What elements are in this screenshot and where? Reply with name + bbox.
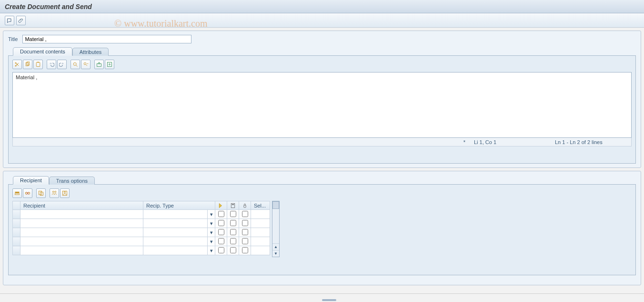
save-icon[interactable]	[105, 60, 114, 69]
blind-checkbox[interactable]	[242, 211, 248, 217]
recipient-input[interactable]	[20, 219, 143, 228]
svg-rect-11	[15, 194, 20, 195]
col-recipient[interactable]: Recipient	[20, 201, 143, 210]
express-checkbox[interactable]	[218, 238, 224, 244]
table-row: ▾	[13, 210, 270, 219]
blind-checkbox[interactable]	[242, 229, 248, 235]
cut-icon[interactable]	[12, 60, 22, 69]
tab-document-contents[interactable]: Document contents	[13, 47, 72, 56]
svg-point-7	[84, 62, 86, 65]
svg-point-16	[55, 191, 56, 193]
row-selector[interactable]	[13, 219, 20, 228]
recipient-input[interactable]	[20, 237, 143, 246]
col-select[interactable]: Sel...	[251, 201, 270, 210]
recipient-input[interactable]	[20, 228, 143, 237]
svg-point-15	[52, 191, 54, 193]
tab-attributes[interactable]: Attributes	[72, 48, 109, 56]
scrollbar-thumb[interactable]	[272, 201, 279, 209]
express-checkbox[interactable]	[218, 229, 224, 235]
table-row: ▾	[13, 246, 270, 255]
undo-icon[interactable]	[47, 60, 56, 69]
paste-icon[interactable]	[33, 60, 43, 69]
tab-trans-options[interactable]: Trans options	[49, 177, 95, 185]
svg-rect-20	[232, 204, 234, 205]
copy-checkbox[interactable]	[230, 220, 236, 226]
recipient-table: Recipient Recip. Type Sel... ▾	[12, 201, 270, 255]
attach-icon[interactable]	[16, 16, 26, 25]
copy-checkbox[interactable]	[230, 229, 236, 235]
blind-checkbox[interactable]	[242, 220, 248, 226]
svg-rect-10	[15, 192, 20, 193]
tab-recipient[interactable]: Recipient	[13, 176, 49, 185]
cursor-position: Li 1, Co 1	[469, 139, 550, 145]
recipient-input[interactable]	[20, 246, 143, 255]
title-label: Title	[8, 36, 18, 42]
col-recip-type[interactable]: Recip. Type	[143, 201, 215, 210]
type-dropdown-icon[interactable]: ▾	[208, 228, 215, 237]
table-row: ▾	[13, 228, 270, 237]
type-dropdown-icon[interactable]: ▾	[208, 219, 215, 228]
row-selector[interactable]	[13, 210, 20, 219]
statusbar	[0, 293, 644, 302]
row-selector[interactable]	[13, 228, 20, 237]
type-dropdown-icon[interactable]: ▾	[208, 246, 215, 255]
col-express-icon[interactable]	[215, 201, 227, 210]
svg-rect-21	[244, 205, 246, 208]
editor-statusbar: * Li 1, Co 1 Ln 1 - Ln 2 of 2 lines	[12, 138, 632, 146]
title-input[interactable]	[22, 35, 191, 43]
window-titlebar: Create Document and Send	[0, 0, 644, 13]
recipient-panel: Recipient Trans options Recipient Recip.…	[3, 171, 641, 285]
recip-type-input[interactable]	[143, 210, 207, 219]
editor-toolbar	[12, 60, 632, 69]
recip-type-input[interactable]	[143, 246, 207, 255]
recip-type-input[interactable]	[143, 228, 207, 237]
recipient-tbody: ▾ ▾	[13, 210, 270, 255]
select-cell[interactable]	[251, 246, 270, 255]
copy-checkbox[interactable]	[230, 238, 236, 244]
table-scrollbar[interactable]: ▲ ▼	[272, 201, 280, 257]
scrollbar-track[interactable]	[272, 209, 279, 243]
select-cell[interactable]	[251, 210, 270, 219]
document-editor[interactable]: Material ,	[12, 72, 632, 138]
blind-checkbox[interactable]	[242, 238, 248, 244]
copy-icon[interactable]	[23, 60, 32, 69]
line-count: Ln 1 - Ln 2 of 2 lines	[550, 139, 631, 145]
col-copy-icon[interactable]	[227, 201, 239, 210]
select-cell[interactable]	[251, 219, 270, 228]
insert-row-icon[interactable]	[12, 188, 22, 198]
scroll-up-icon[interactable]: ▲	[272, 243, 279, 250]
col-blind-copy-icon[interactable]	[239, 201, 251, 210]
svg-rect-19	[231, 203, 235, 208]
express-checkbox[interactable]	[218, 247, 224, 253]
row-selector[interactable]	[13, 246, 20, 255]
find-icon[interactable]	[70, 60, 80, 69]
recipient-tab-body: Recipient Recip. Type Sel... ▾	[8, 185, 636, 275]
type-dropdown-icon[interactable]: ▾	[208, 210, 215, 219]
editor-content: Material ,	[16, 74, 37, 80]
recip-type-input[interactable]	[143, 219, 207, 228]
modified-indicator: *	[460, 139, 469, 145]
recipient-toolbar	[12, 188, 632, 198]
recipient-input[interactable]	[20, 210, 143, 219]
express-checkbox[interactable]	[218, 211, 224, 217]
distribution-list-icon[interactable]	[50, 188, 59, 198]
select-cell[interactable]	[251, 228, 270, 237]
express-checkbox[interactable]	[218, 220, 224, 226]
type-dropdown-icon[interactable]: ▾	[208, 237, 215, 246]
copy-recipient-icon[interactable]	[36, 188, 46, 198]
scroll-down-icon[interactable]: ▼	[272, 250, 279, 257]
select-cell[interactable]	[251, 237, 270, 246]
delete-row-icon[interactable]	[23, 188, 32, 198]
send-icon[interactable]	[5, 16, 14, 25]
address-book-icon[interactable]	[60, 188, 70, 198]
blind-checkbox[interactable]	[242, 247, 248, 253]
redo-icon[interactable]	[57, 60, 67, 69]
recip-type-input[interactable]	[143, 237, 207, 246]
svg-point-17	[64, 191, 66, 193]
row-selector[interactable]	[13, 237, 20, 246]
load-icon[interactable]	[94, 60, 104, 69]
find-next-icon[interactable]	[81, 60, 91, 69]
document-tab-body: Material , * Li 1, Co 1 Ln 1 - Ln 2 of 2…	[8, 56, 636, 164]
copy-checkbox[interactable]	[230, 247, 236, 253]
copy-checkbox[interactable]	[230, 211, 236, 217]
